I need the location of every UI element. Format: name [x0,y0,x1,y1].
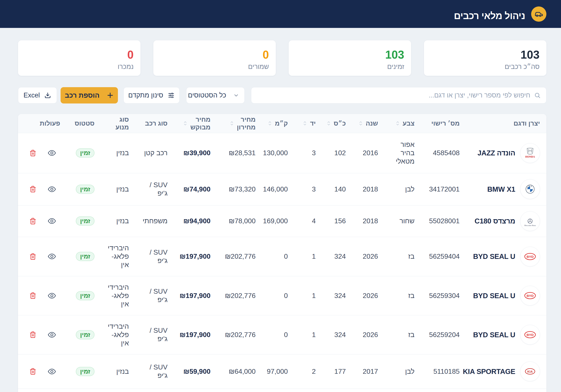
svg-text:BYD: BYD [527,333,534,337]
svg-text:HONDA: HONDA [525,155,535,158]
svg-text:Mercedes-Benz: Mercedes-Benz [524,224,536,226]
svg-text:BYD: BYD [527,255,534,258]
svg-text:BYD: BYD [527,294,534,297]
svg-text:M: M [529,185,530,187]
svg-text:KIA: KIA [527,370,533,373]
